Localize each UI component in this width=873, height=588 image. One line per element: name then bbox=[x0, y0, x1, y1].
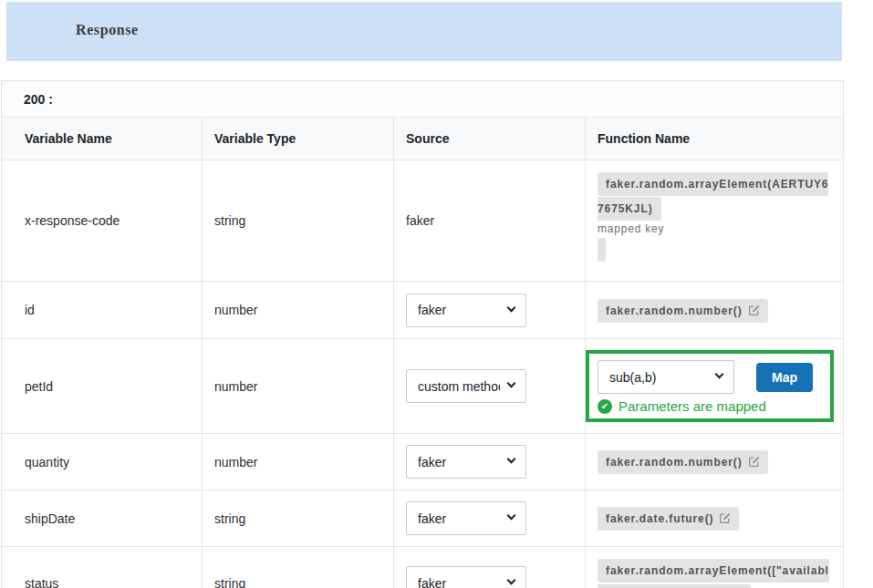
method-select[interactable]: sub(a,b) bbox=[598, 360, 734, 394]
variable-type-cell: string bbox=[203, 490, 394, 547]
function-badge: faker.random.arrayElement(AERTUY67675KJL… bbox=[598, 172, 828, 221]
function-wrap: faker.random.number() bbox=[598, 449, 831, 474]
mapping-status-text: Parameters are mapped bbox=[618, 398, 766, 414]
source-select-wrap: custom method bbox=[406, 369, 526, 403]
mapping-status: ✔Parameters are mapped bbox=[598, 398, 822, 414]
page: Response 200 : Variable Name Variable Ty… bbox=[0, 2, 873, 588]
function-badge: faker.random.arrayElement(["available","… bbox=[598, 559, 829, 588]
mapping-box: sub(a,b)Map✔Parameters are mapped bbox=[586, 350, 834, 422]
edit-icon bbox=[748, 456, 760, 468]
function-cell: faker.date.future() bbox=[586, 490, 844, 547]
edit-icon-button[interactable] bbox=[743, 304, 760, 317]
source-text: faker bbox=[406, 213, 434, 228]
source-cell: faker bbox=[394, 490, 586, 547]
function-cell: faker.random.number() bbox=[586, 282, 844, 339]
status-code-label: 200 : bbox=[1, 80, 844, 117]
function-badge: faker.random.number() bbox=[598, 299, 768, 323]
source-cell: faker bbox=[394, 282, 586, 339]
empty-badge bbox=[598, 238, 606, 262]
response-panel-header[interactable]: Response bbox=[6, 2, 842, 61]
function-badge-text: faker.random.arrayElement(AERTUY67675KJL… bbox=[598, 178, 828, 215]
variable-name-cell: id bbox=[2, 282, 203, 339]
function-wrap: faker.random.arrayElement(["available","… bbox=[598, 558, 831, 588]
function-wrap: faker.random.arrayElement(AERTUY67675KJL… bbox=[598, 171, 831, 270]
source-select-wrap: faker bbox=[406, 501, 526, 535]
function-badge-text: faker.random.arrayElement(["available","… bbox=[598, 564, 829, 588]
function-badge-text: faker.random.number() bbox=[606, 456, 743, 469]
col-header-function-name: Function Name bbox=[586, 118, 844, 160]
function-badge: faker.random.number() bbox=[598, 450, 768, 474]
edit-icon bbox=[748, 304, 760, 316]
function-cell: sub(a,b)Map✔Parameters are mapped bbox=[586, 339, 844, 434]
mapped-key-note: mapped key bbox=[598, 222, 831, 237]
source-cell: faker bbox=[394, 547, 586, 588]
method-select-wrap: sub(a,b) bbox=[598, 360, 734, 394]
mapping-controls: sub(a,b)Map bbox=[598, 360, 822, 394]
variable-name-cell: x-response-code bbox=[2, 160, 203, 282]
table-row: quantitynumberfakerfaker.random.number() bbox=[2, 434, 844, 490]
panel-title: Response bbox=[76, 22, 139, 37]
edit-icon-button[interactable] bbox=[713, 512, 731, 525]
table-body: x-response-codestringfakerfaker.random.a… bbox=[2, 160, 844, 588]
variable-type-cell: string bbox=[203, 547, 394, 588]
col-header-variable-type: Variable Type bbox=[203, 118, 394, 160]
source-cell: faker bbox=[394, 434, 586, 490]
function-wrap: faker.random.number() bbox=[598, 298, 831, 323]
variable-type-cell: string bbox=[203, 160, 394, 282]
response-section: 200 : Variable Name Variable Type Source… bbox=[1, 80, 844, 588]
table-row: statusstringfakerfaker.random.arrayEleme… bbox=[2, 547, 844, 588]
source-select[interactable]: custom method bbox=[406, 369, 526, 403]
function-badge: faker.date.future() bbox=[598, 507, 739, 531]
source-select[interactable]: faker bbox=[406, 566, 526, 588]
edit-icon-button[interactable] bbox=[743, 456, 760, 469]
function-badge-text: faker.date.future() bbox=[606, 512, 713, 525]
variable-name-cell: petId bbox=[2, 339, 203, 434]
source-select[interactable]: faker bbox=[406, 445, 526, 479]
table-row: x-response-codestringfakerfaker.random.a… bbox=[2, 160, 844, 282]
variable-name-cell: status bbox=[2, 547, 203, 588]
function-cell: faker.random.arrayElement(["available","… bbox=[586, 547, 844, 588]
check-circle-icon: ✔ bbox=[598, 399, 612, 414]
function-wrap: faker.date.future() bbox=[598, 506, 831, 531]
variables-table: Variable Name Variable Type Source Funct… bbox=[1, 117, 844, 588]
col-header-source: Source bbox=[394, 118, 586, 160]
variable-name-cell: shipDate bbox=[2, 490, 203, 547]
variable-name-cell: quantity bbox=[2, 434, 203, 490]
source-select-wrap: faker bbox=[406, 566, 526, 588]
source-select[interactable]: faker bbox=[406, 294, 526, 327]
table-header: Variable Name Variable Type Source Funct… bbox=[2, 118, 844, 160]
col-header-variable-name: Variable Name bbox=[2, 118, 203, 160]
table-row: shipDatestringfakerfaker.date.future() bbox=[2, 490, 844, 547]
edit-icon bbox=[719, 512, 731, 524]
variable-type-cell: number bbox=[203, 339, 394, 434]
source-select-wrap: faker bbox=[406, 294, 526, 327]
source-select-wrap: faker bbox=[406, 445, 526, 479]
variable-type-cell: number bbox=[203, 282, 394, 339]
map-button[interactable]: Map bbox=[756, 363, 813, 392]
table-row: idnumberfakerfaker.random.number() bbox=[2, 282, 844, 339]
source-cell: faker bbox=[394, 160, 586, 282]
function-cell: faker.random.number() bbox=[586, 434, 844, 490]
function-badge-text: faker.random.number() bbox=[606, 304, 743, 317]
variable-type-cell: number bbox=[203, 434, 394, 490]
table-row: petIdnumbercustom methodsub(a,b)Map✔Para… bbox=[2, 339, 844, 434]
source-select[interactable]: faker bbox=[406, 501, 526, 535]
function-cell: faker.random.arrayElement(AERTUY67675KJL… bbox=[586, 160, 844, 282]
source-cell: custom method bbox=[394, 339, 586, 434]
